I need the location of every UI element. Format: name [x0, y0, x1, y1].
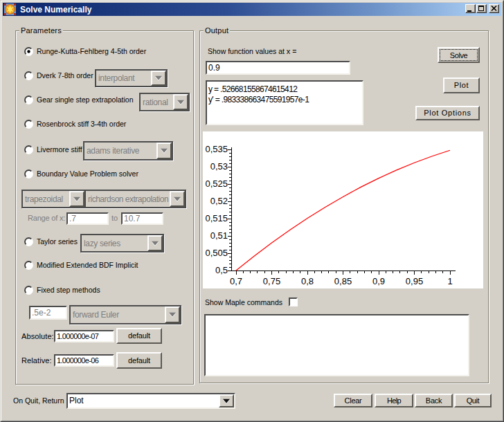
svg-text:0,5: 0,5 [215, 265, 228, 275]
svg-text:0,535: 0,535 [205, 144, 228, 154]
svg-text:0,525: 0,525 [205, 178, 228, 189]
svg-text:0,85: 0,85 [334, 276, 352, 286]
svg-text:0,515: 0,515 [205, 213, 228, 223]
svg-text:1: 1 [447, 276, 452, 286]
svg-text:0,7: 0,7 [230, 276, 242, 286]
svg-text:0,52: 0,52 [210, 196, 228, 206]
svg-text:0,8: 0,8 [301, 276, 314, 286]
svg-text:0,75: 0,75 [263, 276, 280, 286]
svg-text:0,95: 0,95 [406, 276, 423, 286]
svg-text:0,9: 0,9 [372, 276, 385, 286]
svg-text:0,51: 0,51 [210, 230, 228, 241]
svg-text:0,53: 0,53 [210, 161, 228, 172]
svg-text:0,505: 0,505 [205, 248, 228, 258]
